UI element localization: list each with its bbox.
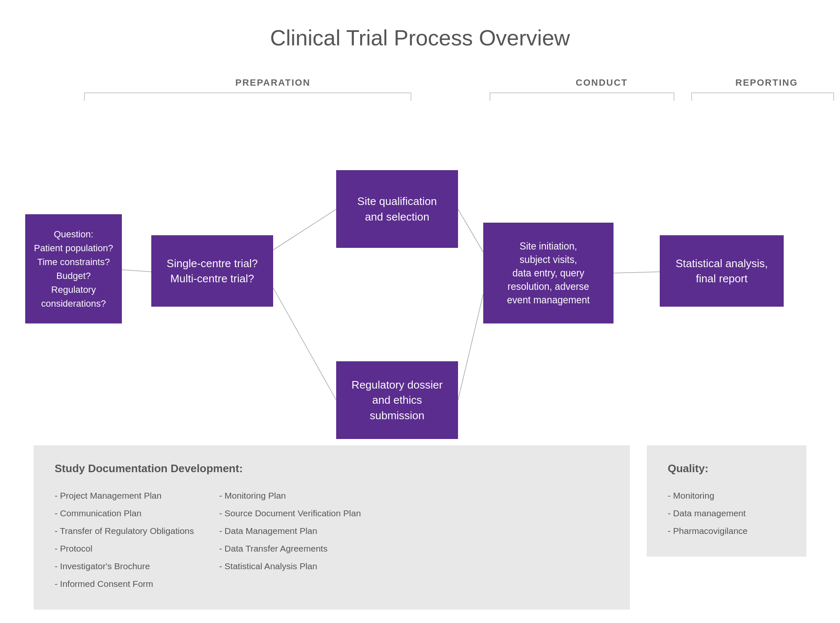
list-item: Monitoring Plan: [219, 487, 361, 505]
list-item: Statistical Analysis Plan: [219, 557, 361, 575]
svg-line-3: [458, 209, 483, 252]
study-doc-title: Study Documentation Development:: [55, 462, 609, 475]
svg-line-0: [122, 270, 151, 272]
list-item: Communication Plan: [55, 505, 194, 522]
bracket-conduct: [490, 92, 674, 101]
site-initiation-box: Site initiation, subject visits, data en…: [483, 223, 614, 323]
question-box: Question: Patient population? Time const…: [25, 214, 122, 323]
svg-line-4: [458, 294, 483, 400]
bracket-preparation: [84, 92, 411, 101]
list-item: Project Management Plan: [55, 487, 194, 505]
list-item: Data management: [668, 505, 785, 522]
quality-title: Quality:: [668, 462, 785, 475]
diagram-area: Question: Patient population? Time const…: [0, 105, 840, 433]
single-multi-box: Single-centre trial? Multi-centre trial?: [151, 235, 273, 307]
study-doc-col1: Project Management PlanCommunication Pla…: [55, 487, 194, 593]
study-doc-panel: Study Documentation Development: Project…: [34, 445, 630, 610]
phase-brackets: [34, 88, 806, 105]
study-doc-col2: Monitoring PlanSource Document Verificat…: [219, 487, 361, 593]
list-item: Informed Consent Form: [55, 575, 194, 593]
list-item: Protocol: [55, 540, 194, 557]
list-item: Pharmacovigilance: [668, 522, 785, 540]
list-item: Investigator's Brochure: [55, 557, 194, 575]
list-item: Data Transfer Agreements: [219, 540, 361, 557]
regulatory-box: Regulatory dossier and ethics submission: [336, 361, 458, 439]
site-qual-box: Site qualification and selection: [336, 170, 458, 248]
phase-conduct-label: CONDUCT: [576, 77, 628, 88]
svg-line-2: [273, 288, 336, 400]
quality-panel: Quality: MonitoringData managementPharma…: [647, 445, 806, 557]
bracket-reporting: [691, 92, 834, 101]
list-item: Data Management Plan: [219, 522, 361, 540]
phase-reporting-label: REPORTING: [735, 77, 798, 88]
phase-preparation-label: PREPARATION: [235, 77, 311, 88]
list-item: Monitoring: [668, 487, 785, 505]
statistical-box: Statistical analysis, final report: [660, 235, 784, 307]
list-item: Transfer of Regulatory Obligations: [55, 522, 194, 540]
page-title: Clinical Trial Process Overview: [0, 0, 840, 67]
study-doc-columns: Project Management PlanCommunication Pla…: [55, 487, 609, 593]
bottom-panels: Study Documentation Development: Project…: [34, 445, 806, 610]
svg-line-1: [273, 209, 336, 250]
svg-line-5: [614, 272, 660, 273]
list-item: Source Document Verification Plan: [219, 505, 361, 522]
quality-list: MonitoringData managementPharmacovigilan…: [668, 487, 785, 540]
